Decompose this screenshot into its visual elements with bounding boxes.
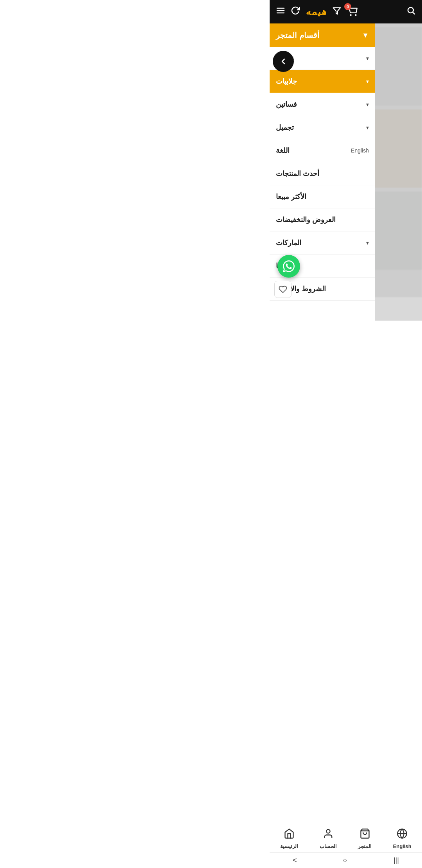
- svg-point-2: [350, 14, 351, 15]
- menu-item-tajmeel[interactable]: ▾ تجميل: [270, 116, 375, 139]
- search-icon[interactable]: [406, 6, 416, 18]
- jalabiyat-arrow: ▾: [366, 78, 369, 84]
- menu-item-jalabiyat[interactable]: ▾ جلابيات: [270, 70, 375, 93]
- markat-arrow: ▾: [366, 240, 369, 246]
- filter-icon[interactable]: [333, 7, 341, 17]
- svg-marker-4: [333, 7, 340, 14]
- header-left: [406, 6, 416, 18]
- menu-item-markat[interactable]: ▾ الماركات: [270, 231, 375, 255]
- sidebar-backdrop[interactable]: [375, 23, 422, 321]
- menu-item-akthar[interactable]: الأكثر مبيعا: [270, 185, 375, 208]
- top-header: 0 هيمه: [270, 0, 422, 23]
- abayat-arrow: ▾: [366, 55, 369, 61]
- cart-badge: 0: [344, 3, 351, 10]
- svg-line-1: [413, 13, 415, 14]
- menu-icon[interactable]: [276, 6, 285, 18]
- menu-header: ▼ أقسام المتجر: [270, 23, 375, 47]
- header-right: 0 هيمه: [276, 5, 358, 18]
- fasatin-arrow: ▾: [366, 101, 369, 108]
- refresh-icon[interactable]: [291, 6, 300, 18]
- tajmeel-label: تجميل: [276, 123, 294, 132]
- menu-item-fasatin[interactable]: ▾ فساتين: [270, 93, 375, 116]
- ahdath-label: أحدث المنتجات: [276, 169, 319, 178]
- fasatin-label: فساتين: [276, 100, 297, 109]
- whatsapp-fab[interactable]: [277, 255, 300, 278]
- main-wrapper: ▼ أقسام المتجر ▾ عبايات ▾ جلابيات ▾ فسات…: [270, 23, 422, 321]
- menu-header-arrow: ▼: [362, 31, 369, 39]
- menu-header-title: أقسام المتجر: [276, 30, 320, 40]
- back-button[interactable]: [273, 51, 294, 72]
- lugha-label: اللغة: [276, 146, 290, 155]
- cart-button[interactable]: 0: [347, 5, 358, 18]
- svg-point-3: [355, 14, 356, 15]
- wishlist-button[interactable]: [274, 281, 291, 298]
- jalabiyat-label: جلابيات: [276, 77, 297, 86]
- menu-item-orod[interactable]: العروض والتخفيضات: [270, 208, 375, 231]
- orod-label: العروض والتخفيضات: [276, 215, 336, 224]
- menu-item-lugha[interactable]: English اللغة: [270, 139, 375, 162]
- brand-logo: هيمه: [306, 6, 327, 17]
- markat-label: الماركات: [276, 239, 301, 247]
- language-current-value: English: [351, 147, 369, 154]
- tajmeel-arrow: ▾: [366, 124, 369, 131]
- akthar-label: الأكثر مبيعا: [276, 192, 306, 201]
- menu-item-ahdath[interactable]: أحدث المنتجات: [270, 162, 375, 185]
